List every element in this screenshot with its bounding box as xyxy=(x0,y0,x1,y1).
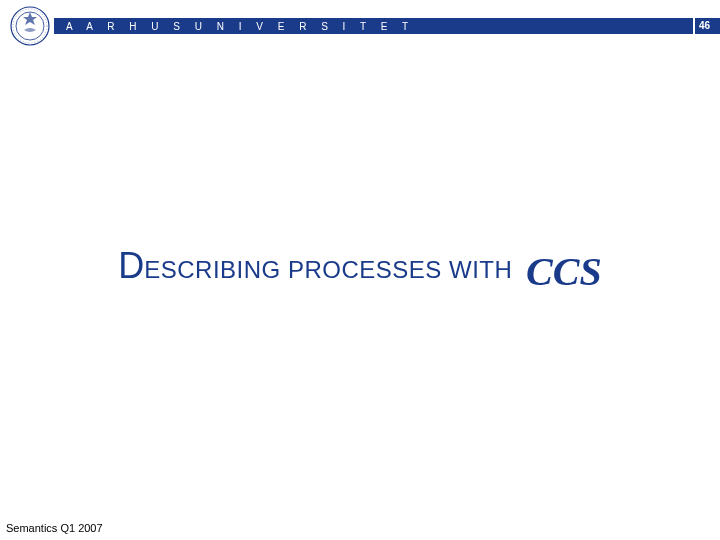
footer-text: Semantics Q1 2007 xyxy=(6,522,103,534)
slide-title: DESCRIBING PROCESSES WITH CCS xyxy=(118,245,601,294)
title-ccs: CCS xyxy=(526,249,602,294)
title-rest: ESCRIBING PROCESSES WITH xyxy=(144,256,512,283)
content-area: DESCRIBING PROCESSES WITH CCS xyxy=(0,0,720,540)
slide: A A R H U S U N I V E R S I T E T 46 DES… xyxy=(0,0,720,540)
title-leading-cap: D xyxy=(118,245,144,286)
